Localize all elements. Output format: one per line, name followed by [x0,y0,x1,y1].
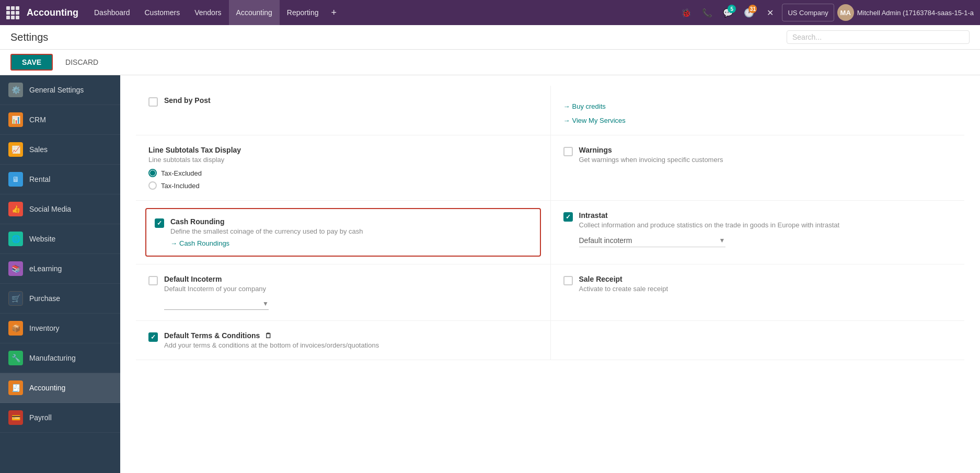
discard-button[interactable]: DISCARD [59,55,105,70]
sidebar-item-inventory[interactable]: 📦 Inventory [0,314,120,343]
sidebar-item-website[interactable]: 🌐 Website [0,224,120,254]
sale-receipt-cell: Sale Receipt Activate to create sale rec… [550,264,965,321]
sidebar-label-manufacturing: Manufacturing [29,354,76,362]
send-by-post-row: Send by Post [148,96,538,107]
nav-links: Dashboard Customers Vendors Accounting R… [87,0,326,25]
sale-receipt-title: Sale Receipt [579,275,668,283]
intrastat-desc: Collect information and produce statisti… [579,221,840,229]
sidebar-item-social-media[interactable]: 👍 Social Media [0,194,120,224]
search-placeholder: Search... [792,33,822,41]
settings-row-2: Line Subtotals Tax Display Line subtotal… [136,135,964,201]
search-bar[interactable]: Search... [787,30,970,44]
cash-roundings-arrow: → [170,239,177,247]
default-incoterm-desc: Default Incoterm of your company [164,285,269,293]
nav-reporting[interactable]: Reporting [280,0,326,25]
default-incoterm-title: Default Incoterm [164,275,269,283]
buy-credits-link[interactable]: → Buy credits [563,102,952,110]
company-selector[interactable]: US Company [782,4,834,21]
crm-icon: 📊 [8,112,23,127]
buy-credits-arrow: → [563,102,570,110]
cash-rounding-row: Cash Rounding Define the smallest coinag… [155,217,532,247]
warnings-checkbox[interactable] [563,147,573,156]
intrastat-dropdown-arrow: ▼ [719,237,725,244]
settings-row-3: Cash Rounding Define the smallest coinag… [136,201,964,264]
default-incoterm-checkbox[interactable] [148,276,158,285]
send-by-post-checkbox[interactable] [148,97,158,107]
intrastat-checkbox[interactable] [563,212,573,222]
default-terms-content: Default Terms & Conditions 🗒 Add your te… [164,331,379,349]
page-title: Settings [10,31,48,43]
phone-icon[interactable]: 📞 [698,4,716,21]
sidebar: ⚙️ General Settings 📊 CRM 📈 Sales 🖥 Rent… [0,75,120,473]
default-incoterm-cell: Default Incoterm Default Incoterm of you… [136,264,550,321]
default-incoterm-dropdown[interactable]: ▼ [164,298,269,310]
grid-menu-icon[interactable] [6,6,19,19]
bug-icon[interactable]: 🐞 [677,4,695,21]
radio-tax-excluded-label: Tax-Excluded [161,169,202,177]
sales-icon: 📈 [8,142,23,157]
view-services-link[interactable]: → View My Services [563,117,952,124]
cash-rounding-cell: Cash Rounding Define the smallest coinag… [136,201,550,264]
settings-row-1: Send by Post → Buy credits → View My Ser… [136,86,964,135]
save-button[interactable]: SAVE [10,54,53,71]
brand-name: Accounting [27,7,78,18]
line-subtotals-desc: Line subtotals tax display [148,156,538,164]
default-terms-checkbox[interactable] [148,332,158,342]
sidebar-item-rental[interactable]: 🖥 Rental [0,165,120,194]
sidebar-label-payroll: Payroll [29,413,52,422]
sidebar-item-sales[interactable]: 📈 Sales [0,135,120,165]
clock-icon[interactable]: 🕐 31 [740,4,758,21]
user-name[interactable]: Mitchell Admin (17163784-saas-15-1-a [857,9,974,17]
rental-icon: 🖥 [8,172,23,187]
view-services-label: View My Services [572,117,626,124]
send-by-post-title: Send by Post [164,96,211,105]
default-incoterm-row: Default Incoterm Default Incoterm of you… [148,275,538,310]
warnings-content: Warnings Get warnings when invoicing spe… [579,146,723,164]
sidebar-item-general-settings[interactable]: ⚙️ General Settings [0,75,120,105]
chat-icon[interactable]: 💬 5 [719,4,737,21]
sidebar-item-crm[interactable]: 📊 CRM [0,105,120,135]
brand-area: Accounting [6,6,78,19]
tax-display-radio-group: Tax-Excluded Tax-Included [148,169,538,190]
send-by-post-content: Send by Post [164,96,211,106]
default-terms-title: Default Terms & Conditions 🗒 [164,331,379,340]
nav-add-button[interactable]: + [326,0,342,25]
action-bar: SAVE DISCARD [0,50,980,75]
cash-roundings-link[interactable]: → Cash Roundings [170,239,363,247]
sidebar-item-elearning[interactable]: 📚 eLearning [0,254,120,284]
sidebar-label-general: General Settings [29,86,84,94]
content-area: Send by Post → Buy credits → View My Ser… [120,75,980,473]
radio-tax-included[interactable]: Tax-Included [148,181,538,190]
sale-receipt-checkbox[interactable] [563,276,573,285]
default-incoterm-arrow: ▼ [262,300,269,307]
nav-vendors[interactable]: Vendors [187,0,228,25]
cash-roundings-label: Cash Roundings [179,239,229,247]
purchase-icon: 🛒 [8,291,23,306]
close-icon[interactable]: ✕ [761,4,779,21]
warnings-desc: Get warnings when invoicing specific cus… [579,156,723,164]
sidebar-label-website: Website [29,235,55,243]
cash-rounding-checkbox[interactable] [155,218,164,228]
sidebar-item-payroll[interactable]: 💳 Payroll [0,403,120,433]
cash-rounding-desc: Define the smallest coinage of the curre… [170,227,363,235]
intrastat-row: Intrastat Collect information and produc… [563,211,952,247]
nav-customers[interactable]: Customers [137,0,188,25]
default-terms-cell: Default Terms & Conditions 🗒 Add your te… [136,321,550,360]
sidebar-item-purchase[interactable]: 🛒 Purchase [0,284,120,314]
intrastat-content: Intrastat Collect information and produc… [579,211,840,247]
sidebar-item-accounting[interactable]: 🧾 Accounting [0,373,120,403]
line-subtotals-title: Line Subtotals Tax Display [148,146,538,154]
view-services-arrow: → [563,117,570,124]
settings-row-4: Default Incoterm Default Incoterm of you… [136,264,964,321]
sale-receipt-row: Sale Receipt Activate to create sale rec… [563,275,952,293]
nav-dashboard[interactable]: Dashboard [87,0,137,25]
sidebar-label-crm: CRM [29,116,46,124]
social-icon: 👍 [8,202,23,216]
default-terms-row: Default Terms & Conditions 🗒 Add your te… [148,331,538,349]
sidebar-label-elearning: eLearning [29,264,62,273]
sidebar-item-manufacturing[interactable]: 🔧 Manufacturing [0,343,120,373]
radio-tax-excluded[interactable]: Tax-Excluded [148,169,538,177]
empty-cell-5 [550,321,965,360]
nav-accounting[interactable]: Accounting [229,0,280,25]
intrastat-dropdown[interactable]: Default incoterm ▼ [579,234,725,247]
